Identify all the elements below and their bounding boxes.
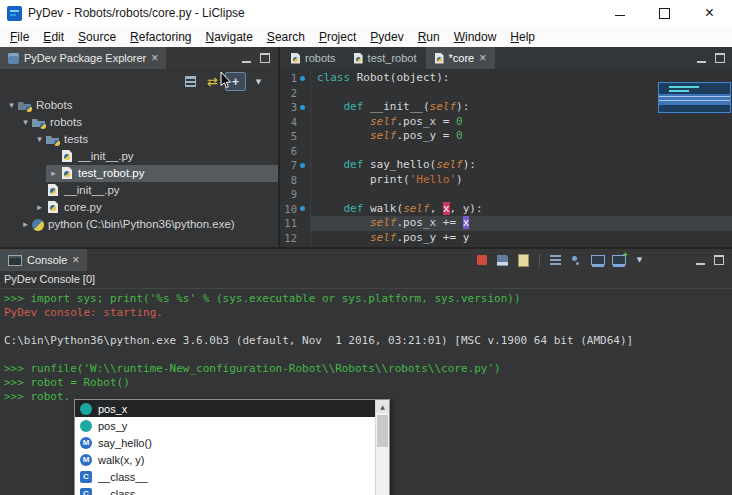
collapse-all-icon[interactable] (181, 73, 200, 90)
editor-tab-label: robots (305, 52, 336, 64)
minimize-view-icon[interactable] (696, 255, 705, 265)
pyfile-icon (46, 201, 60, 214)
menu-item-help[interactable]: Help (503, 28, 542, 46)
editor-tab-bar: robotstest_robot*core (280, 47, 732, 69)
code-line: print('Hello') (311, 173, 732, 188)
view-menu-icon[interactable] (249, 73, 268, 90)
minimap-overlay[interactable] (658, 82, 731, 113)
tree-item-label: robots (50, 114, 82, 131)
tree-item-robots[interactable]: robots (0, 114, 278, 131)
code-editor[interactable]: 123456789101112 class Robot(object): def… (280, 69, 732, 247)
console-output[interactable]: >>> import sys; print('%s %s' % (sys.exe… (0, 289, 732, 404)
project-icon (18, 99, 32, 112)
menu-item-refactoring[interactable]: Refactoring (123, 28, 198, 46)
console-line (4, 348, 732, 362)
close-view-icon[interactable] (151, 52, 158, 64)
method-icon (80, 437, 92, 449)
minimize-view-icon[interactable] (697, 53, 706, 63)
console-icon (8, 255, 22, 266)
tree-item-label: __init__.py (64, 182, 120, 199)
ac-item-label: say_hello() (98, 437, 152, 449)
definition-marker-icon (300, 105, 305, 110)
scroll-up-icon[interactable]: ▲ (376, 400, 389, 413)
liclipse-logo-icon (7, 6, 22, 21)
maximize-button[interactable] (642, 0, 687, 26)
autocomplete-scrollbar[interactable]: ▲ (375, 400, 389, 495)
pyfile-icon (60, 167, 74, 180)
twistie-expanded-icon[interactable] (6, 97, 17, 114)
scroll-lock-icon[interactable] (547, 252, 564, 269)
tree-item-core-py[interactable]: core.py (0, 199, 278, 216)
python-file-icon (435, 53, 444, 64)
window-title: PyDev - Robots/robots/core.py - LiClipse (28, 6, 245, 20)
menu-item-file[interactable]: File (3, 28, 36, 46)
menu-item-pydev[interactable]: Pydev (363, 28, 410, 46)
menu-item-run[interactable]: Run (411, 28, 447, 46)
line-number: 3 (280, 101, 297, 113)
close-console-icon[interactable] (72, 254, 79, 266)
tree-item-test-robot-py[interactable]: test_robot.py (0, 165, 278, 182)
menu-item-project[interactable]: Project (312, 28, 363, 46)
project-tree[interactable]: Robotsrobotstests__init__.pytest_robot.p… (0, 94, 278, 233)
tree-item-tests[interactable]: tests (0, 131, 278, 148)
code-line: def say_hello(self): (311, 158, 732, 173)
ac-item-class[interactable]: __class__ (75, 468, 376, 485)
package-icon (46, 133, 60, 146)
scrollbar-thumb[interactable] (377, 415, 388, 447)
explorer-tab-label: PyDev Package Explorer (24, 52, 146, 64)
pin-console-icon[interactable] (568, 252, 585, 269)
ac-item-label: __class__ (98, 471, 148, 483)
menu-item-navigate[interactable]: Navigate (198, 28, 259, 46)
console-view-menu-icon[interactable] (631, 252, 648, 269)
close-button[interactable] (687, 0, 732, 26)
tree-item-python-c-bin-python36-python-exe[interactable]: python (C:\bin\Python36\python.exe) (0, 216, 278, 233)
twistie-collapsed-icon[interactable] (48, 165, 59, 182)
autocomplete-list: pos_xpos_ysay_hello()walk(x, y)__class__… (75, 400, 376, 495)
maximize-view-icon[interactable] (260, 53, 270, 63)
menu-bar: FileEditSourceRefactoringNavigateSearchP… (0, 26, 732, 48)
display-selected-console-icon[interactable] (589, 252, 606, 269)
title-bar: PyDev - Robots/robots/core.py - LiClipse (0, 0, 732, 26)
tree-item-init-py[interactable]: __init__.py (0, 148, 278, 165)
editor-tab-robots[interactable]: robots (282, 47, 345, 69)
line-number: 10 (280, 203, 297, 215)
code-line: self.pos_y = 0 (311, 129, 732, 144)
tree-item-init-py[interactable]: __init__.py (0, 182, 278, 199)
menu-item-search[interactable]: Search (260, 28, 312, 46)
console-line: PyDev console: starting. (4, 306, 732, 320)
editor-tab-core[interactable]: *core (426, 47, 496, 69)
save-console-output-icon[interactable] (494, 252, 511, 269)
close-tab-icon[interactable] (479, 52, 486, 64)
minimize-button[interactable] (597, 0, 642, 26)
ac-item-pos-x[interactable]: pos_x (75, 400, 376, 417)
twistie-collapsed-icon[interactable] (34, 199, 45, 216)
menu-item-source[interactable]: Source (71, 28, 123, 46)
minimap-viewport[interactable] (659, 94, 730, 105)
console-line (4, 320, 732, 334)
maximize-view-icon[interactable] (715, 53, 725, 63)
editor-tab-test-robot[interactable]: test_robot (345, 47, 426, 69)
twistie-expanded-icon[interactable] (34, 131, 45, 148)
ac-item-say-hello[interactable]: say_hello() (75, 434, 376, 451)
ac-item-pos-y[interactable]: pos_y (75, 417, 376, 434)
minimize-view-icon[interactable] (242, 53, 251, 63)
console-line: >>> robot = Robot() (4, 376, 732, 390)
open-console-icon[interactable] (610, 252, 627, 269)
line-number-ruler[interactable]: 123456789101112 (280, 69, 311, 247)
tab-package-explorer[interactable]: PyDev Package Explorer (0, 47, 166, 69)
ac-item-class[interactable]: __class__ (75, 485, 376, 495)
tree-item-label: __init__.py (78, 148, 134, 165)
line-number: 1 (280, 72, 297, 84)
clear-console-icon[interactable] (515, 252, 532, 269)
menu-item-edit[interactable]: Edit (36, 28, 71, 46)
tree-item-robots[interactable]: Robots (0, 97, 278, 114)
mouse-cursor-icon (220, 71, 234, 91)
maximize-view-icon[interactable] (714, 255, 724, 265)
ac-item-walk-x-y[interactable]: walk(x, y) (75, 451, 376, 468)
tab-console[interactable]: Console (0, 249, 87, 271)
line-number: 7 (280, 159, 297, 171)
twistie-collapsed-icon[interactable] (20, 216, 31, 233)
terminate-console-icon[interactable] (473, 252, 490, 269)
menu-item-window[interactable]: Window (447, 28, 504, 46)
twistie-expanded-icon[interactable] (20, 114, 31, 131)
